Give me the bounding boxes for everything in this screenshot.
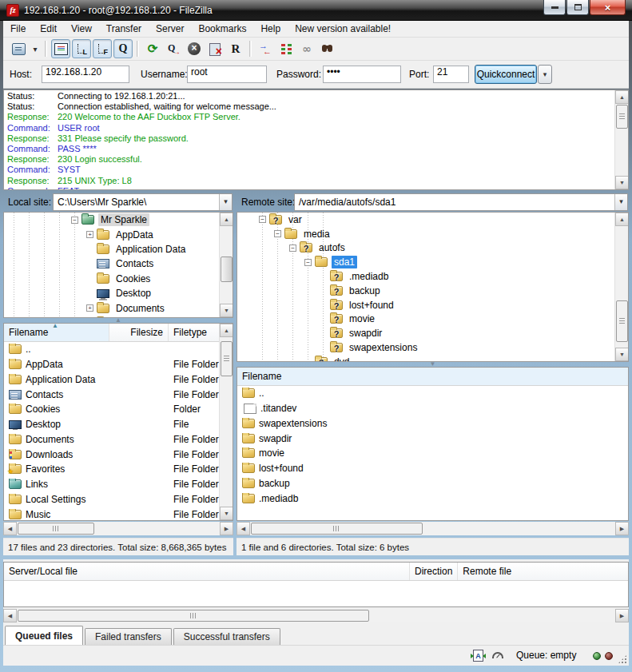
- tree-expander-icon[interactable]: [71, 217, 78, 224]
- scroll-up-button[interactable]: ▲: [220, 213, 233, 226]
- file-row[interactable]: swapextensions: [237, 416, 628, 431]
- tree-expander-icon[interactable]: [259, 216, 266, 223]
- tree-item[interactable]: AppData: [4, 227, 233, 241]
- quickconnect-button[interactable]: Quickconnect: [475, 65, 537, 84]
- close-button[interactable]: ×: [590, 0, 626, 15]
- tree-item[interactable]: Application Data: [4, 242, 233, 256]
- file-row[interactable]: ..: [237, 386, 628, 401]
- scroll-left-button[interactable]: ◀: [237, 522, 250, 535]
- queue-hscrollbar[interactable]: ◀ ▶: [3, 609, 629, 622]
- scroll-up-button[interactable]: ▲: [220, 324, 233, 337]
- speed-limit-icon[interactable]: [492, 652, 503, 658]
- file-row[interactable]: Desktop File: [4, 417, 219, 432]
- remote-hscrollbar[interactable]: ◀ ▶: [237, 522, 629, 535]
- scroll-right-button[interactable]: ▶: [220, 522, 233, 535]
- toggle-message-log-icon[interactable]: [51, 39, 70, 58]
- link-icon[interactable]: [297, 39, 316, 58]
- file-row[interactable]: .titandev: [237, 401, 628, 416]
- scroll-left-button[interactable]: ◀: [3, 609, 17, 622]
- menu-item[interactable]: Transfer: [99, 23, 149, 34]
- tree-item[interactable]: Cookies: [4, 272, 233, 286]
- reconnect-icon[interactable]: [226, 39, 245, 58]
- quickconnect-dropdown-icon[interactable]: ▾: [538, 65, 552, 84]
- tree-item[interactable]: Mr Sparkle: [4, 213, 233, 227]
- tree-item[interactable]: movie: [237, 312, 628, 327]
- tree-item[interactable]: .mediadb: [237, 269, 628, 284]
- tree-item[interactable]: media: [237, 227, 628, 241]
- queue-tab[interactable]: Successful transfers: [173, 628, 280, 645]
- transfer-type-icon[interactable]: A: [473, 650, 483, 662]
- column-header-direction[interactable]: Direction: [410, 563, 458, 580]
- scroll-down-button[interactable]: ▼: [220, 304, 233, 317]
- tree-item[interactable]: swapextensions: [237, 340, 628, 355]
- menu-item[interactable]: Server: [149, 23, 191, 34]
- minimize-button[interactable]: [543, 0, 566, 15]
- local-site-combo[interactable]: C:\Users\Mr Sparkle\ ▾: [53, 193, 233, 211]
- chevron-down-icon[interactable]: ▾: [614, 194, 627, 210]
- file-row[interactable]: Contacts File Folder: [4, 387, 219, 402]
- tree-expander-icon[interactable]: [86, 304, 93, 312]
- scroll-thumb[interactable]: [18, 610, 369, 622]
- menu-item[interactable]: Help: [253, 23, 288, 34]
- tree-item[interactable]: lost+found: [237, 298, 628, 312]
- column-header-remote-file[interactable]: Remote file: [458, 563, 628, 580]
- tree-item[interactable]: sda1: [237, 255, 628, 269]
- tree-item[interactable]: Desktop: [4, 286, 233, 300]
- log-scrollbar[interactable]: ▲ ▼: [614, 90, 628, 189]
- column-header-filename[interactable]: Filename: [237, 368, 628, 385]
- tree-item[interactable]: autofs: [237, 241, 628, 256]
- file-row[interactable]: Local Settings File Folder: [4, 492, 219, 507]
- title-bar[interactable]: fz 192.168.1.20 - root@192.168.1.20 - Fi…: [0, 0, 632, 21]
- file-row[interactable]: backup: [237, 476, 628, 491]
- queue-tab[interactable]: Queued files: [5, 626, 83, 645]
- file-row[interactable]: Cookies Folder: [4, 402, 219, 417]
- scroll-up-button[interactable]: ▲: [615, 213, 629, 226]
- menu-item[interactable]: Edit: [33, 23, 64, 34]
- tree-item[interactable]: Documents: [4, 300, 233, 315]
- file-row[interactable]: Downloads File Folder: [4, 447, 219, 462]
- port-input[interactable]: 21: [433, 66, 469, 83]
- search-icon[interactable]: [318, 39, 337, 58]
- tree-expander-icon[interactable]: [289, 245, 296, 252]
- remote-tree-scrollbar[interactable]: ▲ ▼: [614, 213, 628, 361]
- tree-item[interactable]: var: [237, 213, 628, 227]
- scroll-down-button[interactable]: ▼: [615, 176, 629, 189]
- scroll-thumb[interactable]: [251, 523, 423, 535]
- scroll-thumb[interactable]: [221, 256, 233, 282]
- tree-item[interactable]: backup: [237, 284, 628, 298]
- cancel-icon[interactable]: [185, 39, 204, 58]
- file-row[interactable]: movie: [237, 446, 628, 461]
- scroll-right-button[interactable]: ▶: [615, 522, 629, 535]
- scroll-thumb[interactable]: [18, 523, 94, 535]
- file-row[interactable]: .mediadb: [237, 491, 628, 506]
- file-row[interactable]: Links File Folder: [4, 477, 219, 492]
- site-manager-icon[interactable]: [9, 39, 28, 58]
- file-row[interactable]: Favorites File Folder: [4, 462, 219, 477]
- menu-item[interactable]: File: [3, 23, 33, 34]
- tree-expander-icon[interactable]: [304, 259, 312, 266]
- toggle-local-tree-icon[interactable]: [72, 39, 91, 58]
- chevron-down-icon[interactable]: ▾: [219, 194, 232, 210]
- scroll-down-button[interactable]: ▼: [220, 507, 233, 520]
- file-row[interactable]: Application Data File Folder: [4, 372, 219, 388]
- toggle-queue-icon[interactable]: [113, 39, 133, 58]
- queue-tab[interactable]: Failed transfers: [85, 628, 172, 645]
- file-row[interactable]: Documents File Folder: [4, 432, 219, 447]
- host-input[interactable]: 192.168.1.20: [42, 66, 129, 83]
- menu-item[interactable]: New version available!: [288, 23, 398, 34]
- column-header-local-file[interactable]: Server/Local file: [4, 563, 410, 580]
- menu-item[interactable]: View: [64, 23, 99, 34]
- column-header-filesize[interactable]: Filesize: [109, 324, 169, 341]
- scroll-right-button[interactable]: ▶: [615, 609, 629, 622]
- file-row[interactable]: ..: [4, 342, 219, 357]
- file-row[interactable]: lost+found: [237, 461, 628, 476]
- local-list-scrollbar[interactable]: ▲ ▼: [219, 324, 233, 520]
- disconnect-icon[interactable]: [205, 39, 225, 58]
- process-queue-icon[interactable]: [164, 39, 183, 58]
- menu-item[interactable]: Bookmarks: [191, 23, 253, 34]
- tree-item[interactable]: swapdir: [237, 326, 628, 340]
- toggle-remote-tree-icon[interactable]: [93, 39, 112, 58]
- local-tree-scrollbar[interactable]: ▲ ▼: [219, 213, 233, 317]
- scroll-thumb[interactable]: [616, 105, 628, 129]
- remote-site-combo[interactable]: /var/media/autofs/sda1 ▾: [294, 193, 628, 211]
